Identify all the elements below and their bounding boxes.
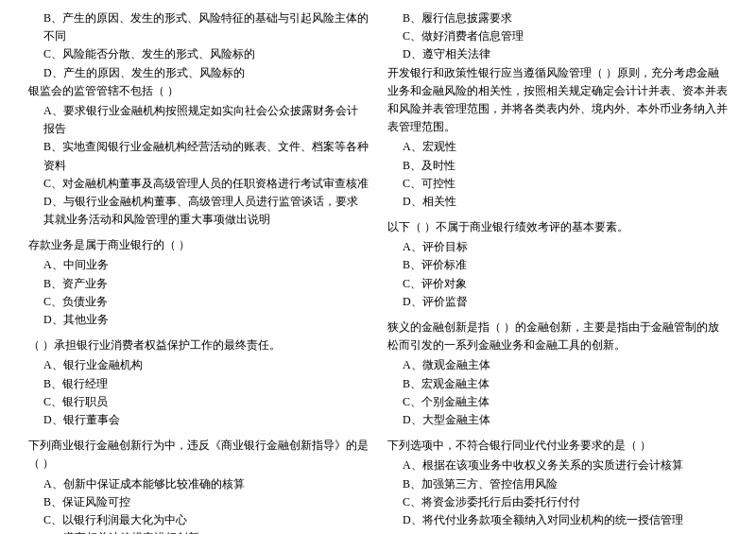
option-d1: D、产生的原因、发生的形式、风险标的 <box>28 64 369 82</box>
q19-opt-b: B、实地查阅银行业金融机构经营活动的账表、文件、档案等各种资料 <box>28 138 369 174</box>
q19-opt-c: C、对金融机构董事及高级管理人员的任职资格进行考试审查核准 <box>28 175 369 193</box>
right-column: B、履行信息披露要求 C、做好消费者信息管理 D、遵守相关法律 开发银行和政策性… <box>387 9 728 534</box>
question-25: 以下（ ）不属于商业银行绩效考评的基本要素。 A、评价目标 B、评价标准 C、评… <box>387 218 728 311</box>
q21-opt-a: A、银行业金融机构 <box>28 356 369 374</box>
q20-opt-c: C、负债业务 <box>28 293 369 311</box>
question-22: 下列商业银行金融创新行为中，违反《商业银行金融创新指导》的是（ ） A、创新中保… <box>28 437 369 534</box>
q25-opt-c: C、评价对象 <box>387 275 728 293</box>
q25-opt-b: B、评价标准 <box>387 256 728 274</box>
exam-content: B、产生的原因、发生的形式、风险特征的基础与引起风险主体的不同 C、风险能否分散… <box>28 9 728 534</box>
q27-opt-a: A、根据在该项业务中收权义务关系的实质进行会计核算 <box>387 456 728 474</box>
left-column: B、产生的原因、发生的形式、风险特征的基础与引起风险主体的不同 C、风险能否分散… <box>28 9 369 534</box>
q22-opt-d: D、遵守相关法律规定进行创新 <box>28 529 369 534</box>
q21-opt-d: D、银行董事会 <box>28 411 369 429</box>
question-20: 存款业务是属于商业银行的（ ） A、中间业务 B、资产业务 C、负债业务 D、其… <box>28 236 369 329</box>
q24-opt-c: C、可控性 <box>387 175 728 193</box>
option-b1: B、产生的原因、发生的形式、风险特征的基础与引起风险主体的不同 <box>28 9 369 45</box>
option-d2: D、遵守相关法律 <box>387 45 728 63</box>
q25-opt-a: A、评价目标 <box>387 238 728 256</box>
q19-opt-a: A、要求银行业金融机构按照规定如实向社会公众披露财务会计报告 <box>28 102 369 138</box>
q24-text: 开发银行和政策性银行应当遵循风险管理（ ）原则，充分考虑金融业务和金融风险的相关… <box>387 64 728 137</box>
question-19: 银监会的监管管辖不包括（ ） A、要求银行业金融机构按照规定如实向社会公众披露财… <box>28 82 369 230</box>
q25-opt-d: D、评价监督 <box>387 293 728 311</box>
q26-text: 狭义的金融创新是指（ ）的金融创新，主要是指由于金融管制的放松而引发的一系列金融… <box>387 319 728 354</box>
q21-opt-b: B、银行经理 <box>28 375 369 393</box>
q22-opt-b: B、保证风险可控 <box>28 493 369 511</box>
question-21: （ ）承担银行业消费者权益保护工作的最终责任。 A、银行业金融机构 B、银行经理… <box>28 336 369 429</box>
q20-text: 存款业务是属于商业银行的（ ） <box>28 236 369 254</box>
q26-opt-a: A、微观金融主体 <box>387 356 728 374</box>
q26-opt-d: D、大型金融主体 <box>387 411 728 429</box>
q24-opt-a: A、宏观性 <box>387 138 728 156</box>
option-b2: B、履行信息披露要求 <box>387 9 728 27</box>
q21-text: （ ）承担银行业消费者权益保护工作的最终责任。 <box>28 336 369 354</box>
q19-text: 银监会的监管管辖不包括（ ） <box>28 82 369 100</box>
q19-opt-d: D、与银行业金融机构董事、高级管理人员进行监管谈话，要求其就业务活动和风险管理的… <box>28 193 369 229</box>
q20-opt-d: D、其他业务 <box>28 311 369 329</box>
q27-text: 下列选项中，不符合银行同业代付业务要求的是（ ） <box>387 437 728 455</box>
q22-opt-a: A、创新中保证成本能够比较准确的核算 <box>28 475 369 493</box>
q27-opt-c: C、将资金涉委托行后由委托行付付 <box>387 493 728 511</box>
question-26: 狭义的金融创新是指（ ）的金融创新，主要是指由于金融管制的放松而引发的一系列金融… <box>387 319 728 429</box>
q22-opt-c: C、以银行利润最大化为中心 <box>28 511 369 529</box>
q25-text: 以下（ ）不属于商业银行绩效考评的基本要素。 <box>387 218 728 236</box>
question-24: 开发银行和政策性银行应当遵循风险管理（ ）原则，充分考虑金融业务和金融风险的相关… <box>387 64 728 212</box>
q26-opt-c: C、个别金融主体 <box>387 393 728 411</box>
q22-text: 下列商业银行金融创新行为中，违反《商业银行金融创新指导》的是（ ） <box>28 437 369 473</box>
q21-opt-c: C、银行职员 <box>28 393 369 411</box>
two-column-layout: B、产生的原因、发生的形式、风险特征的基础与引起风险主体的不同 C、风险能否分散… <box>28 9 728 534</box>
q24-opt-d: D、相关性 <box>387 193 728 211</box>
option-c2: C、做好消费者信息管理 <box>387 27 728 45</box>
q20-opt-a: A、中间业务 <box>28 256 369 274</box>
q27-opt-d: D、将代付业务款项全额纳入对同业机构的统一授信管理 <box>387 511 728 529</box>
q26-opt-b: B、宏观金融主体 <box>387 375 728 393</box>
question-27: 下列选项中，不符合银行同业代付业务要求的是（ ） A、根据在该项业务中收权义务关… <box>387 437 728 529</box>
q20-opt-b: B、资产业务 <box>28 275 369 293</box>
option-c1: C、风险能否分散、发生的形式、风险标的 <box>28 45 369 63</box>
q27-opt-b: B、加强第三方、管控信用风险 <box>387 475 728 493</box>
q24-opt-b: B、及时性 <box>387 157 728 175</box>
